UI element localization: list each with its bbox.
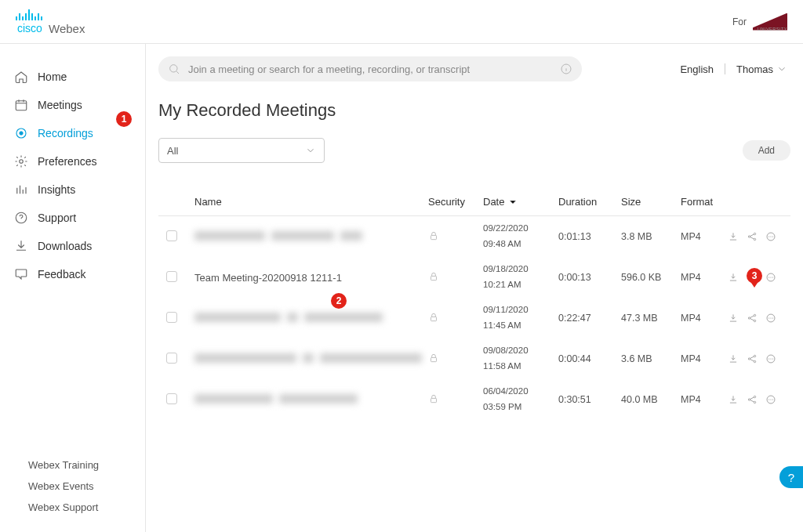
download-button[interactable] <box>728 313 739 324</box>
chart-icon <box>14 183 28 197</box>
col-name-header[interactable]: Name <box>188 196 428 208</box>
more-button[interactable] <box>765 394 776 405</box>
webex-wordmark: Webex <box>49 23 85 34</box>
recording-duration: 0:00:13 <box>558 272 621 283</box>
recording-date: 06/04/202003:59 PM <box>483 385 558 413</box>
link-webex-support[interactable]: Webex Support <box>28 501 131 513</box>
filter-select-value: All <box>167 145 178 157</box>
svg-point-41 <box>754 396 755 397</box>
download-button[interactable] <box>728 231 739 242</box>
lock-icon <box>428 230 439 241</box>
chevron-down-icon <box>507 197 518 208</box>
calendar-icon <box>14 98 28 112</box>
recording-format: MP4 <box>681 353 728 364</box>
recording-name-redacted <box>188 231 428 243</box>
recording-date: 09/22/202009:48 AM <box>483 223 558 250</box>
more-button[interactable] <box>765 313 776 324</box>
svg-rect-31 <box>431 357 437 361</box>
download-button[interactable] <box>728 353 739 364</box>
row-checkbox[interactable] <box>166 230 177 241</box>
recording-duration: 0:30:51 <box>558 394 621 405</box>
svg-point-42 <box>754 401 755 403</box>
recording-name[interactable]: Team Meeting-20200918 1211-1 <box>188 272 428 284</box>
user-menu[interactable]: Thomas <box>736 63 787 75</box>
svg-point-33 <box>754 355 755 356</box>
sidebar-item-home[interactable]: Home <box>0 63 145 91</box>
recording-date: 09/18/202010:21 AM <box>483 263 558 291</box>
chat-icon <box>14 267 28 281</box>
sidebar-item-support[interactable]: Support <box>0 204 145 232</box>
svg-point-36 <box>768 358 769 359</box>
svg-point-45 <box>770 399 771 400</box>
step-badge-3: 3 <box>747 268 762 284</box>
svg-point-28 <box>768 317 769 318</box>
sidebar-item-feedback[interactable]: Feedback <box>0 260 145 288</box>
language-link[interactable]: English <box>680 63 714 75</box>
svg-point-34 <box>754 360 755 362</box>
link-webex-events[interactable]: Webex Events <box>28 480 131 492</box>
filter-select[interactable]: All <box>158 138 325 163</box>
recording-size: 596.0 KB <box>621 272 681 283</box>
lock-icon <box>428 393 439 404</box>
share-button[interactable] <box>747 353 758 364</box>
svg-point-24 <box>748 317 750 319</box>
recording-date: 09/11/202011:45 AM <box>483 304 558 331</box>
share-button[interactable] <box>747 394 758 405</box>
svg-point-14 <box>772 236 773 237</box>
col-security-header[interactable]: Security <box>428 196 483 208</box>
svg-point-21 <box>770 277 771 277</box>
sidebar-item-insights[interactable]: Insights <box>0 176 145 204</box>
svg-point-12 <box>768 236 769 237</box>
share-button[interactable] <box>747 231 758 242</box>
col-format-header[interactable]: Format <box>681 196 728 208</box>
row-checkbox[interactable] <box>166 353 177 364</box>
help-button[interactable]: ? <box>779 466 803 488</box>
col-date-header[interactable]: Date <box>483 196 558 208</box>
sidebar-item-preferences[interactable]: Preferences <box>0 147 145 176</box>
info-icon[interactable] <box>560 63 572 75</box>
svg-point-2 <box>20 132 24 136</box>
row-checkbox[interactable] <box>166 393 177 404</box>
more-button[interactable] <box>765 353 776 364</box>
download-button[interactable] <box>728 394 739 405</box>
recording-name-redacted <box>188 313 428 324</box>
brand-logo: cisco Webex <box>16 9 85 34</box>
question-icon <box>14 211 28 225</box>
search-input[interactable] <box>187 63 554 76</box>
add-button[interactable]: Add <box>743 140 790 161</box>
download-icon <box>14 239 28 253</box>
recording-size: 47.3 MB <box>621 313 681 324</box>
org-logo-icon <box>753 13 787 31</box>
main-top: English Thomas <box>146 44 803 81</box>
col-size-header[interactable]: Size <box>621 196 681 208</box>
sidebar-item-label: Meetings <box>38 99 82 111</box>
download-button[interactable] <box>728 272 739 283</box>
col-duration-header[interactable]: Duration <box>558 196 621 208</box>
row-checkbox[interactable] <box>166 312 177 323</box>
more-button[interactable] <box>765 272 776 283</box>
svg-point-9 <box>754 233 755 234</box>
recording-duration: 0:00:44 <box>558 353 621 364</box>
svg-rect-39 <box>431 398 437 402</box>
recording-name-redacted <box>188 394 428 406</box>
sidebar-item-downloads[interactable]: Downloads <box>0 232 145 260</box>
recording-size: 3.8 MB <box>621 231 681 242</box>
more-button[interactable] <box>765 231 776 242</box>
sidebar-item-label: Preferences <box>38 155 96 168</box>
record-icon <box>14 126 28 140</box>
sidebar-item-label: Support <box>38 212 76 224</box>
main: English Thomas My Recorded Meetings All … <box>146 44 803 532</box>
svg-point-5 <box>170 65 177 72</box>
gear-icon <box>14 154 28 168</box>
chevron-down-icon <box>776 63 787 74</box>
searchbar[interactable] <box>158 56 582 81</box>
sidebar-item-label: Insights <box>38 183 75 196</box>
recording-format: MP4 <box>681 313 728 324</box>
page-title: My Recorded Meetings <box>158 100 790 121</box>
link-webex-training[interactable]: Webex Training <box>28 459 131 471</box>
svg-point-13 <box>770 236 771 237</box>
table-row: 09/08/202011:58 AM0:00:443.6 MBMP4 <box>158 338 790 379</box>
share-button[interactable] <box>747 313 758 324</box>
row-checkbox[interactable] <box>166 271 177 282</box>
svg-point-8 <box>748 236 750 237</box>
